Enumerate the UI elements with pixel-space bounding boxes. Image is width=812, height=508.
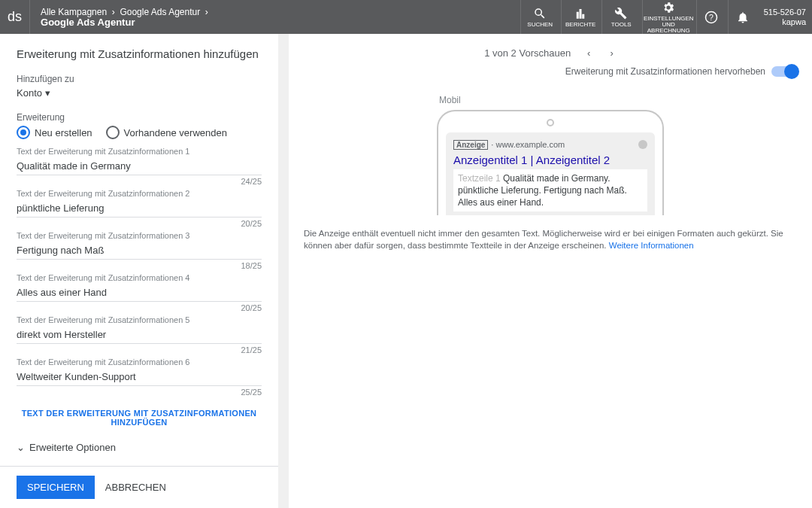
caret-down-icon: ▾ <box>45 87 50 99</box>
account-info: 515-526-07kapwa <box>758 8 806 27</box>
add-callout-button[interactable]: TEXT DER ERWEITERUNG MIT ZUSATZINFORMATI… <box>17 409 262 427</box>
advanced-options-toggle[interactable]: ⌄Erweiterte Optionen <box>17 442 262 453</box>
callout-input-6[interactable] <box>17 368 262 386</box>
radio-on-icon <box>17 126 30 139</box>
scope-dropdown[interactable]: Konto▾ <box>17 87 262 99</box>
left-panel: Erweiterung mit Zusatzinformationen hinz… <box>0 34 278 508</box>
logo: ds <box>0 0 30 34</box>
mobile-label: Mobil <box>304 95 797 105</box>
field-label: Text der Erweiterung mit Zusatzinformati… <box>17 147 262 156</box>
field-label: Text der Erweiterung mit Zusatzinformati… <box>17 231 262 240</box>
highlight-toggle[interactable] <box>771 66 797 77</box>
callout-field-5: Text der Erweiterung mit Zusatzinformati… <box>17 315 262 354</box>
chart-icon <box>574 7 587 20</box>
bell-icon <box>736 11 750 24</box>
panel-footer: SPEICHERN ABBRECHEN <box>0 466 278 508</box>
addto-label: Hinzufügen zu <box>17 74 262 84</box>
help-icon: ? <box>704 11 718 24</box>
callout-input-5[interactable] <box>17 326 262 344</box>
extension-radio-group: Neu erstellen Vorhandene verwenden <box>17 126 262 139</box>
ad-head: Anzeige· www.example.com <box>453 140 647 149</box>
callout-field-2: Text der Erweiterung mit Zusatzinformati… <box>17 189 262 228</box>
preview-counter: 1 von 2 Vorschauen <box>484 47 571 59</box>
header-actions: SUCHEN BERICHTE TOOLS EINSTELLUNGEN UND … <box>520 0 758 34</box>
radio-existing[interactable]: Vorhandene verwenden <box>106 126 227 139</box>
highlight-row: Erweiterung mit Zusatzinformationen herv… <box>304 66 797 77</box>
callout-input-3[interactable] <box>17 242 262 260</box>
char-count: 18/25 <box>17 261 262 270</box>
crumb-current: Google Ads Agentur <box>41 17 135 28</box>
callout-input-1[interactable] <box>17 157 262 175</box>
ad-text: Textzeile 1 Qualität made in Germany. pü… <box>453 169 647 211</box>
extension-label: Erweiterung <box>17 112 262 123</box>
char-count: 20/25 <box>17 303 262 312</box>
panel-title: Erweiterung mit Zusatzinformationen hinz… <box>17 47 262 60</box>
field-label: Text der Erweiterung mit Zusatzinformati… <box>17 315 262 324</box>
app-header: ds Alle Kampagnen › Google Ads Agentur ›… <box>0 0 812 34</box>
radio-off-icon <box>106 126 120 139</box>
ad-title: Anzeigentitel 1 | Anzeigentitel 2 <box>453 154 647 166</box>
notifications-button[interactable] <box>728 0 758 34</box>
field-label: Text der Erweiterung mit Zusatzinformati… <box>17 189 262 198</box>
phone-frame: Anzeige· www.example.com Anzeigentitel 1… <box>437 110 664 215</box>
gear-icon <box>662 1 675 14</box>
ad-preview: Anzeige· www.example.com Anzeigentitel 1… <box>446 132 655 215</box>
settings-button[interactable]: EINSTELLUNGEN UND ABRECHNUNG <box>642 0 695 34</box>
char-count: 25/25 <box>17 388 262 397</box>
crumb-all[interactable]: Alle Kampagnen <box>41 7 107 17</box>
learn-more-link[interactable]: Weitere Informationen <box>609 241 694 250</box>
search-button[interactable]: SUCHEN <box>520 0 559 34</box>
cancel-button[interactable]: ABBRECHEN <box>105 482 166 493</box>
char-count: 21/25 <box>17 345 262 354</box>
svg-text:?: ? <box>709 12 714 21</box>
callout-input-4[interactable] <box>17 284 262 302</box>
next-button[interactable]: › <box>607 44 616 62</box>
char-count: 24/25 <box>17 177 262 186</box>
preview-nav: 1 von 2 Vorschauen ‹ › <box>304 44 797 62</box>
char-count: 20/25 <box>17 219 262 228</box>
tools-button[interactable]: TOOLS <box>601 0 641 34</box>
crumb-account[interactable]: Google Ads Agentur <box>120 7 200 17</box>
callout-field-6: Text der Erweiterung mit Zusatzinformati… <box>17 357 262 397</box>
phone-speaker-icon <box>547 119 554 126</box>
preview-panel: 1 von 2 Vorschauen ‹ › Erweiterung mit Z… <box>289 34 812 508</box>
wrench-icon <box>614 7 628 20</box>
ad-info-icon <box>638 140 647 149</box>
breadcrumb: Alle Kampagnen › Google Ads Agentur › Go… <box>30 4 219 31</box>
main-content: Erweiterung mit Zusatzinformationen hinz… <box>0 34 812 508</box>
callout-field-4: Text der Erweiterung mit Zusatzinformati… <box>17 273 262 312</box>
search-icon <box>533 7 547 20</box>
help-button[interactable]: ? <box>696 0 726 34</box>
preview-note: Die Anzeige enthält eventuell nicht imme… <box>304 227 797 251</box>
chevron-down-icon: ⌄ <box>17 442 25 453</box>
radio-new[interactable]: Neu erstellen <box>17 126 92 139</box>
reports-button[interactable]: BERICHTE <box>561 0 600 34</box>
save-button[interactable]: SPEICHERN <box>17 476 95 499</box>
callout-input-2[interactable] <box>17 199 262 217</box>
prev-button[interactable]: ‹ <box>584 44 593 62</box>
field-label: Text der Erweiterung mit Zusatzinformati… <box>17 357 262 367</box>
field-label: Text der Erweiterung mit Zusatzinformati… <box>17 273 262 282</box>
callout-field-1: Text der Erweiterung mit Zusatzinformati… <box>17 147 262 186</box>
highlight-label: Erweiterung mit Zusatzinformationen herv… <box>565 66 765 77</box>
callout-field-3: Text der Erweiterung mit Zusatzinformati… <box>17 231 262 270</box>
